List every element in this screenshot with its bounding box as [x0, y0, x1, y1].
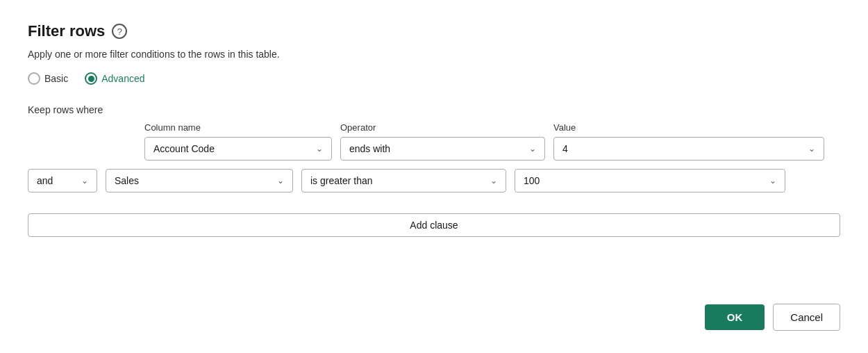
add-clause-button[interactable]: Add clause — [28, 213, 840, 237]
row2-operator-value: is greater than — [310, 175, 485, 186]
filter-row-1: Account Code ⌄ ends with ⌄ 4 ⌄ — [144, 137, 840, 161]
mode-radio-group: Basic Advanced — [28, 72, 840, 85]
value-header: Value — [553, 122, 817, 133]
row2-operator-chevron-icon: ⌄ — [490, 176, 497, 186]
row2-connector-dropdown[interactable]: and ⌄ — [28, 169, 97, 192]
row2-connector-value: and — [37, 175, 76, 186]
keep-rows-label: Keep rows where — [28, 104, 840, 115]
row2-column-value: Sales — [115, 175, 272, 186]
row1-operator-value: ends with — [349, 143, 524, 154]
operator-header: Operator — [340, 122, 545, 133]
basic-radio-label: Basic — [44, 73, 68, 84]
row2-connector-chevron-icon: ⌄ — [81, 176, 88, 186]
row2-column-dropdown[interactable]: Sales ⌄ — [106, 169, 293, 192]
help-icon[interactable]: ? — [112, 24, 127, 39]
row1-column-dropdown[interactable]: Account Code ⌄ — [144, 137, 332, 161]
row2-value-chevron-icon: ⌄ — [769, 176, 776, 186]
advanced-radio-circle — [85, 72, 97, 85]
row1-value-dropdown[interactable]: 4 ⌄ — [553, 137, 824, 161]
basic-radio-option[interactable]: Basic — [28, 72, 68, 85]
row1-operator-chevron-icon: ⌄ — [529, 144, 536, 154]
row2-column-chevron-icon: ⌄ — [277, 176, 284, 186]
column-name-header: Column name — [144, 122, 332, 133]
row1-value-chevron-icon: ⌄ — [808, 144, 815, 154]
basic-radio-circle — [28, 72, 40, 85]
filter-row-2: and ⌄ Sales ⌄ is greater than ⌄ 100 ⌄ — [28, 169, 840, 192]
row2-value-dropdown[interactable]: 100 ⌄ — [515, 169, 785, 192]
advanced-radio-option[interactable]: Advanced — [85, 72, 144, 85]
title-row: Filter rows ? — [28, 22, 840, 40]
row1-operator-dropdown[interactable]: ends with ⌄ — [340, 137, 545, 161]
dialog-subtitle: Apply one or more filter conditions to t… — [28, 49, 840, 60]
row2-operator-dropdown[interactable]: is greater than ⌄ — [301, 169, 506, 192]
row1-column-value: Account Code — [153, 143, 310, 154]
column-headers: Column name Operator Value — [144, 122, 840, 133]
footer-row: OK Cancel — [28, 283, 840, 331]
row1-column-chevron-icon: ⌄ — [316, 144, 323, 154]
row1-value-text: 4 — [562, 143, 803, 154]
advanced-radio-label: Advanced — [101, 73, 144, 84]
filter-rows-dialog: Filter rows ? Apply one or more filter c… — [0, 0, 868, 353]
dialog-title: Filter rows — [28, 22, 105, 40]
cancel-button[interactable]: Cancel — [773, 304, 840, 331]
ok-button[interactable]: OK — [705, 304, 765, 330]
row2-value-text: 100 — [524, 175, 764, 186]
